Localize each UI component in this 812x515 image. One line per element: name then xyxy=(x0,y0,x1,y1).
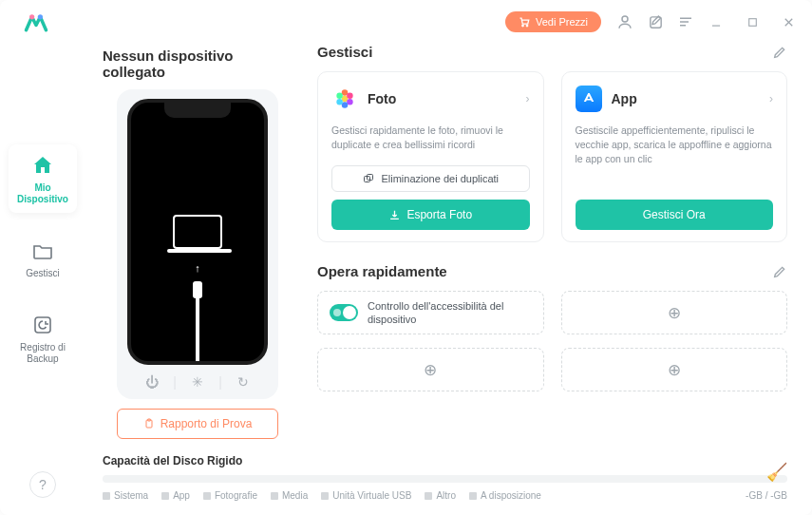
legend-available: A disposizione xyxy=(481,490,541,501)
quick-add-slot[interactable]: ⊕ xyxy=(317,348,544,391)
backup-icon xyxy=(31,314,54,336)
close-icon[interactable] xyxy=(780,13,797,30)
device-panel: Nessun dispositivo collegato ↑ ⏻| ✳| xyxy=(103,44,293,439)
chevron-right-icon: › xyxy=(769,92,773,105)
titlebar: Vedi Prezzi xyxy=(0,0,812,44)
disk-legend: Sistema App Fotografie Media Unità Virtu… xyxy=(103,490,787,501)
legend-app: App xyxy=(173,490,190,501)
plus-icon: ⊕ xyxy=(668,360,681,380)
toggle-icon xyxy=(330,304,358,321)
manage-apps-button[interactable]: Gestisci Ora xyxy=(576,200,774,230)
manage-apps-label: Gestisci Ora xyxy=(643,208,706,221)
remove-duplicates-button[interactable]: Eliminazione dei duplicati xyxy=(331,165,530,192)
laptop-icon xyxy=(173,215,222,249)
export-label: Esporta Foto xyxy=(406,208,472,221)
cable-icon xyxy=(193,281,202,298)
duplicates-icon xyxy=(362,173,375,184)
quick-add-slot[interactable]: ⊕ xyxy=(561,291,788,334)
sidebar-item-manage[interactable]: Gestisci xyxy=(9,230,77,287)
sidebar-item-label: Gestisci xyxy=(26,268,60,279)
minimize-icon[interactable] xyxy=(708,13,725,30)
quick-add-slot[interactable]: ⊕ xyxy=(561,348,788,391)
svg-point-17 xyxy=(342,89,349,96)
account-icon[interactable] xyxy=(616,13,633,30)
svg-rect-13 xyxy=(35,317,50,333)
card-app-title: App xyxy=(612,91,637,106)
card-app: App › Gestiscile appefficientemente, rip… xyxy=(561,71,788,242)
svg-point-1 xyxy=(38,14,43,19)
svg-point-0 xyxy=(29,14,34,19)
svg-point-21 xyxy=(336,99,343,105)
cart-icon xyxy=(519,16,530,28)
folder-icon xyxy=(31,239,54,262)
svg-point-16 xyxy=(342,96,349,103)
download-icon xyxy=(388,209,401,221)
legend-system: Sistema xyxy=(114,490,148,501)
legend-usb: Unità Virtuale USB xyxy=(332,490,411,501)
trial-label: Rapporto di Prova xyxy=(161,417,253,430)
card-foto: Foto › Gestisci rapidamente le foto, rim… xyxy=(317,71,544,242)
edit-icon[interactable] xyxy=(772,264,787,279)
svg-point-2 xyxy=(522,25,524,27)
sidebar-item-backup[interactable]: Registro di Backup xyxy=(9,304,77,372)
quick-accessibility-check[interactable]: Controllo dell'accessibilità del disposi… xyxy=(317,291,544,334)
loading-icon[interactable]: ✳ xyxy=(179,374,217,390)
disk-capacity-section: Capacità del Disco Rigido 🧹 Sistema App … xyxy=(103,454,787,501)
appstore-icon xyxy=(576,86,602,112)
quick-section-title: Opera rapidamente xyxy=(317,263,447,279)
card-app-header[interactable]: App › xyxy=(576,86,774,112)
svg-point-18 xyxy=(347,93,353,100)
sidebar-item-label: Registro di Backup xyxy=(12,342,73,365)
svg-point-20 xyxy=(342,102,349,108)
chevron-right-icon: › xyxy=(526,92,530,105)
legend-photos: Fotografie xyxy=(215,490,257,501)
menu-icon[interactable] xyxy=(677,13,694,30)
svg-rect-10 xyxy=(748,18,756,26)
disk-title: Capacità del Disco Rigido xyxy=(103,454,787,467)
device-preview: ↑ ⏻| ✳| ↻ xyxy=(117,89,278,399)
power-icon[interactable]: ⏻ xyxy=(133,374,171,390)
sidebar: Mio Dispositivo Gestisci Registro di Bac… xyxy=(0,44,85,515)
maximize-icon[interactable] xyxy=(744,13,761,30)
plus-icon: ⊕ xyxy=(668,303,681,323)
help-button[interactable]: ? xyxy=(29,471,56,498)
card-foto-title: Foto xyxy=(368,91,396,106)
svg-point-3 xyxy=(526,25,528,27)
edit-icon[interactable] xyxy=(772,45,787,60)
svg-point-4 xyxy=(622,16,628,22)
svg-point-19 xyxy=(347,99,353,105)
pricing-label: Vedi Prezzi xyxy=(536,16,588,28)
card-foto-header[interactable]: Foto › xyxy=(331,86,530,112)
card-app-desc: Gestiscile appefficientemente, ripulisci… xyxy=(576,124,774,173)
dup-label: Eliminazione dei duplicati xyxy=(381,173,499,184)
legend-other: Altro xyxy=(436,490,456,501)
export-photos-button[interactable]: Esporta Foto xyxy=(331,200,530,230)
trial-report-button[interactable]: Rapporto di Prova xyxy=(117,409,278,439)
refresh-icon[interactable]: ↻ xyxy=(224,374,262,390)
manage-section-title: Gestisci xyxy=(317,44,372,60)
broom-icon[interactable]: 🧹 xyxy=(766,462,787,483)
clipboard-icon xyxy=(143,417,155,430)
plus-icon: ⊕ xyxy=(424,360,437,380)
home-icon xyxy=(31,154,54,177)
feedback-icon[interactable] xyxy=(647,13,664,30)
disk-usage-bar: 🧹 xyxy=(103,475,787,483)
photos-icon xyxy=(331,86,358,112)
card-foto-desc: Gestisci rapidamente le foto, rimuovi le… xyxy=(331,124,530,152)
sidebar-item-label: Mio Dispositivo xyxy=(12,182,73,205)
quick-accessibility-label: Controllo dell'accessibilità del disposi… xyxy=(368,299,532,326)
legend-media: Media xyxy=(282,490,308,501)
arrow-up-icon: ↑ xyxy=(195,262,200,274)
sidebar-item-device[interactable]: Mio Dispositivo xyxy=(9,144,77,213)
device-status-title: Nessun dispositivo collegato xyxy=(103,48,293,80)
disk-size-text: -GB / -GB xyxy=(746,490,787,501)
svg-point-22 xyxy=(336,93,343,100)
app-logo xyxy=(23,9,49,35)
pricing-button[interactable]: Vedi Prezzi xyxy=(505,11,601,32)
